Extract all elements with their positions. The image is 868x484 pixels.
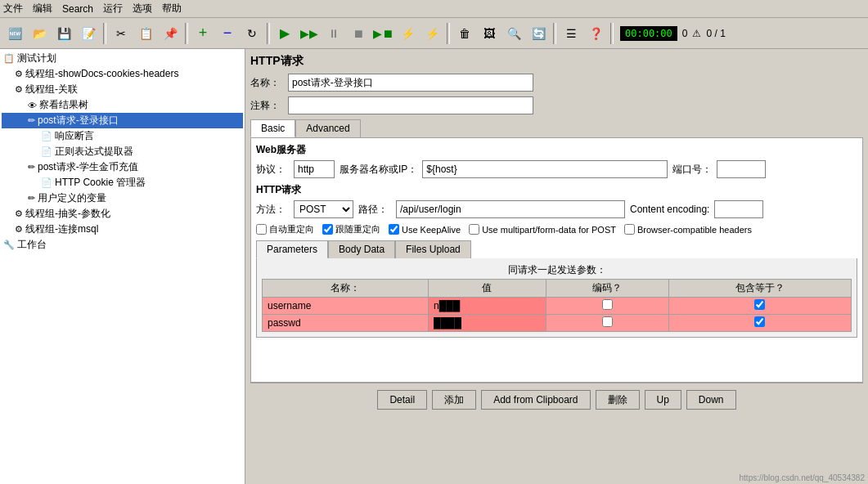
thread2-icon: ⚙ [15, 84, 23, 95]
clear-all-button[interactable]: 🖼 [478, 22, 501, 45]
menu-search[interactable]: Search [62, 3, 93, 15]
open-button[interactable]: 📂 [28, 22, 51, 45]
add-clipboard-button[interactable]: Add from Clipboard [481, 390, 590, 410]
remove-button[interactable]: − [216, 22, 239, 45]
equals-cb-1[interactable] [754, 316, 765, 327]
tree-label-thread1: 线程组-showDocs-cookies-headers [25, 67, 178, 81]
protocol-input[interactable] [294, 160, 335, 178]
http-request-row: 方法： POST GET PUT DELETE 路径： Content enco… [256, 200, 857, 218]
delete-button[interactable]: 删除 [596, 390, 640, 410]
tree-item-var[interactable]: ✏ 用户定义的变量 [2, 190, 243, 206]
cb-multipart[interactable]: Use multipart/form-data for POST [469, 224, 616, 235]
table-row[interactable]: passwd ████ [263, 315, 852, 332]
cell-encode-1 [546, 315, 668, 332]
add-button[interactable]: 添加 [432, 390, 476, 410]
cb-follow[interactable]: 跟随重定向 [322, 223, 380, 235]
copy2-button[interactable]: ↻ [241, 22, 263, 45]
col-equals: 包含等于？ [668, 280, 851, 298]
run-button[interactable]: ▶ [273, 22, 296, 45]
encoding-input[interactable] [714, 200, 763, 218]
plan-icon: 📋 [3, 53, 15, 64]
tab-basic[interactable]: Basic [250, 119, 295, 137]
encode-cb-1[interactable] [602, 316, 613, 327]
tree-item-cookie[interactable]: 📄 HTTP Cookie 管理器 [2, 175, 243, 190]
list-button[interactable]: ☰ [560, 22, 582, 45]
save-button[interactable]: 💾 [52, 22, 75, 45]
btn7[interactable]: ⚡ [421, 22, 443, 45]
menu-edit[interactable]: 编辑 [33, 2, 52, 16]
cb-multipart-input[interactable] [469, 224, 479, 235]
method-select[interactable]: POST GET PUT DELETE [294, 200, 353, 218]
path-input[interactable] [396, 200, 625, 218]
clear-button[interactable]: 🗑 [453, 22, 476, 45]
menu-run[interactable]: 运行 [103, 2, 123, 16]
new-button[interactable]: 🆕 [3, 22, 26, 45]
down-button[interactable]: Down [686, 390, 736, 410]
port-input[interactable] [717, 160, 766, 178]
tree-item-plan[interactable]: 📋 测试计划 [2, 51, 243, 66]
comment-label: 注释： [250, 99, 283, 113]
tree-item-thread3[interactable]: ⚙ 线程组-抽奖-参数化 [2, 206, 243, 222]
cb-follow-input[interactable] [322, 224, 333, 235]
paste-button[interactable]: 📌 [159, 22, 182, 45]
copy-button[interactable]: 📋 [134, 22, 157, 45]
cb-redirect-input[interactable] [256, 224, 267, 235]
var-icon: ✏ [28, 193, 35, 204]
pause-button[interactable]: ⏸ [322, 22, 345, 45]
inner-tab-files[interactable]: Files Upload [395, 240, 471, 258]
tree-item-post1[interactable]: ✏ post请求-登录接口 [2, 113, 243, 128]
inner-tab-body[interactable]: Body Data [328, 240, 395, 258]
menu-file[interactable]: 文件 [3, 2, 23, 16]
name-input[interactable] [288, 74, 533, 92]
warning-icon: ⚠ [692, 28, 701, 39]
tree-label-thread2: 线程组-关联 [25, 83, 78, 96]
help-button[interactable]: ❓ [584, 22, 607, 45]
comment-input[interactable] [288, 96, 533, 114]
cb-compat[interactable]: Browser-compatible headers [624, 224, 752, 235]
saveas-button[interactable]: 📝 [77, 22, 100, 45]
cut-button[interactable]: ✂ [110, 22, 133, 45]
btn6[interactable]: ⚡ [396, 22, 419, 45]
cb-compat-input[interactable] [624, 224, 635, 235]
cb-compat-label: Browser-compatible headers [637, 225, 752, 235]
server-input[interactable] [422, 160, 668, 178]
tree-item-regex[interactable]: 📄 正则表达式提取器 [2, 144, 243, 159]
tree-item-post2[interactable]: ✏ post请求-学生金币充值 [2, 159, 243, 175]
regex-icon: 📄 [41, 146, 52, 157]
page-title: HTTP请求 [250, 54, 863, 69]
add-button[interactable]: + [191, 22, 214, 45]
tree-item-workbench[interactable]: 🔧 工作台 [2, 237, 243, 253]
tab-advanced[interactable]: Advanced [295, 119, 360, 137]
encode-cb-0[interactable] [602, 299, 613, 310]
tree-item-thread4[interactable]: ⚙ 线程组-连接msql [2, 222, 243, 237]
equals-cb-0[interactable] [754, 299, 765, 310]
tree-item-view[interactable]: 👁 察看结果树 [2, 97, 243, 113]
cb-keepalive-input[interactable] [389, 224, 399, 235]
stop2-button[interactable]: ▶⏹ [371, 22, 394, 45]
detail-button[interactable]: Detail [377, 390, 427, 410]
stop-button[interactable]: ⏹ [347, 22, 370, 45]
table-row[interactable]: username n███ [263, 298, 852, 315]
cb-keepalive[interactable]: Use KeepAlive [389, 224, 461, 235]
thread3-icon: ⚙ [15, 208, 23, 219]
params-table: 名称： 值 编码？ 包含等于？ username n███ [262, 279, 852, 332]
run-all-button[interactable]: ▶▶ [298, 22, 321, 45]
tabs-bar: Basic Advanced [250, 119, 863, 137]
menubar: 文件 编辑 Search 运行 选项 帮助 [0, 0, 868, 18]
tree-label-thread3: 线程组-抽奖-参数化 [25, 207, 110, 221]
sep1 [103, 23, 106, 44]
tree-label-post1: post请求-登录接口 [38, 114, 119, 128]
menu-help[interactable]: 帮助 [162, 2, 182, 16]
cb-redirect[interactable]: 自动重定向 [256, 223, 314, 235]
up-button[interactable]: Up [645, 390, 681, 410]
tree-item-thread2[interactable]: ⚙ 线程组-关联 [2, 82, 243, 97]
cb-follow-label: 跟随重定向 [335, 223, 380, 235]
menu-options[interactable]: 选项 [133, 2, 152, 16]
tree-label-workbench: 工作台 [17, 238, 47, 252]
tree-item-thread1[interactable]: ⚙ 线程组-showDocs-cookies-headers [2, 66, 243, 82]
inner-tab-parameters[interactable]: Parameters [256, 240, 328, 258]
web-server-row: 协议： 服务器名称或IP： 端口号： [256, 160, 857, 178]
tree-item-resp[interactable]: 📄 响应断言 [2, 128, 243, 144]
reset-button[interactable]: 🔄 [527, 22, 550, 45]
search-button[interactable]: 🔍 [502, 22, 525, 45]
